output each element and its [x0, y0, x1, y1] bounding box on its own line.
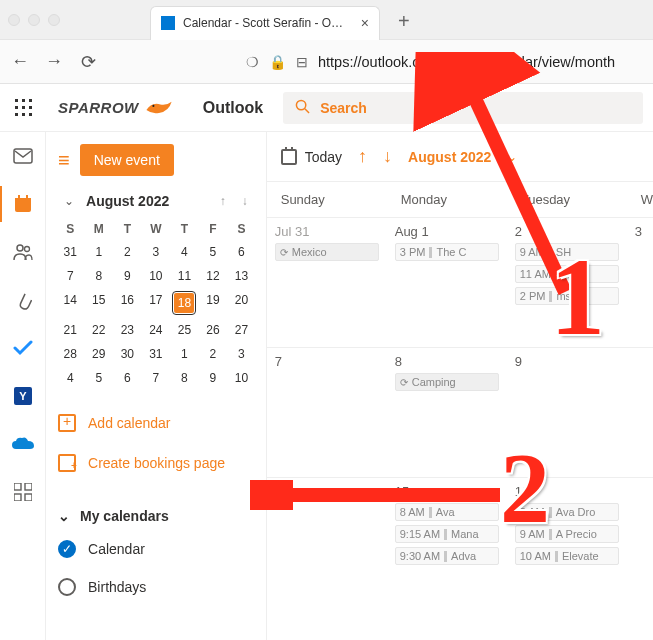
- mini-day[interactable]: 5: [199, 240, 228, 264]
- calendar-item-label: Birthdays: [88, 579, 146, 595]
- day-cell[interactable]: 3: [627, 218, 653, 347]
- mini-day[interactable]: 4: [56, 366, 85, 390]
- calendar-checkbox[interactable]: ✓: [58, 540, 76, 558]
- minimize-window-dot[interactable]: [28, 14, 40, 26]
- mini-day[interactable]: 10: [227, 366, 256, 390]
- calendar-list-item[interactable]: ✓Calendar: [54, 530, 258, 568]
- current-period[interactable]: August 2022: [408, 149, 491, 165]
- add-calendar-link[interactable]: Add calendar: [54, 412, 258, 434]
- calendar-event[interactable]: 8 AMAva: [395, 503, 499, 521]
- mini-day[interactable]: 27: [227, 318, 256, 342]
- calendar-event[interactable]: 9:30 AMAdva: [395, 547, 499, 565]
- mini-day[interactable]: 20: [227, 288, 256, 318]
- mini-day[interactable]: 17: [142, 288, 171, 318]
- today-button[interactable]: Today: [281, 149, 342, 165]
- mini-day[interactable]: 8: [85, 264, 114, 288]
- new-event-button[interactable]: New event: [80, 144, 174, 176]
- day-cell[interactable]: [627, 348, 653, 477]
- prev-period-icon[interactable]: ↑: [358, 146, 367, 167]
- calendar-list-item[interactable]: Birthdays: [54, 568, 258, 606]
- day-cell[interactable]: 14: [267, 478, 387, 607]
- mini-day[interactable]: 13: [227, 264, 256, 288]
- mini-day[interactable]: 15: [85, 288, 114, 318]
- day-cell[interactable]: [627, 478, 653, 607]
- mini-day[interactable]: 5: [85, 366, 114, 390]
- mini-day[interactable]: 4: [170, 240, 199, 264]
- back-icon[interactable]: ←: [8, 51, 32, 72]
- svg-rect-8: [29, 113, 32, 116]
- day-cell[interactable]: 7: [267, 348, 387, 477]
- mini-day[interactable]: 29: [85, 342, 114, 366]
- next-period-icon[interactable]: ↓: [383, 146, 392, 167]
- my-calendars-header[interactable]: ⌄ My calendars: [54, 502, 258, 530]
- search-box[interactable]: [283, 92, 643, 124]
- mini-day[interactable]: 28: [56, 342, 85, 366]
- reload-icon[interactable]: ⟳: [76, 51, 100, 73]
- day-cell[interactable]: Jul 31⟳Mexico: [267, 218, 387, 347]
- yammer-icon[interactable]: Y: [11, 384, 35, 408]
- mini-day[interactable]: 22: [85, 318, 114, 342]
- mini-day[interactable]: 24: [142, 318, 171, 342]
- day-cell[interactable]: Aug 13 PMThe C: [387, 218, 507, 347]
- address-bar[interactable]: ❍ 🔒 ⊟ https://outlook.office.com/calenda…: [240, 54, 645, 70]
- calendar-event[interactable]: ⟳Camping: [395, 373, 499, 391]
- mini-day[interactable]: 9: [113, 264, 142, 288]
- svg-rect-15: [18, 195, 20, 199]
- day-cell[interactable]: 8⟳Camping: [387, 348, 507, 477]
- mini-day[interactable]: 9: [199, 366, 228, 390]
- mini-day[interactable]: 26: [199, 318, 228, 342]
- browser-tab[interactable]: Calendar - Scott Serafin - Outlo ×: [150, 6, 380, 40]
- mini-day[interactable]: 10: [142, 264, 171, 288]
- mini-day[interactable]: 16: [113, 288, 142, 318]
- calendar-event[interactable]: 10 AMElevate: [515, 547, 619, 565]
- mini-day[interactable]: 1: [85, 240, 114, 264]
- maximize-window-dot[interactable]: [48, 14, 60, 26]
- close-window-dot[interactable]: [8, 14, 20, 26]
- mini-day[interactable]: 6: [113, 366, 142, 390]
- search-input[interactable]: [320, 100, 631, 116]
- more-apps-icon[interactable]: [11, 480, 35, 504]
- new-tab-button[interactable]: +: [398, 10, 410, 33]
- mini-day[interactable]: 12: [199, 264, 228, 288]
- calendar-event[interactable]: 3 PMThe C: [395, 243, 499, 261]
- onedrive-icon[interactable]: [11, 432, 35, 456]
- mini-day[interactable]: 31: [142, 342, 171, 366]
- calendar-checkbox[interactable]: [58, 578, 76, 596]
- app-launcher-icon[interactable]: [0, 84, 48, 132]
- mini-day[interactable]: 8: [170, 366, 199, 390]
- mini-day[interactable]: 2: [199, 342, 228, 366]
- mini-day[interactable]: 11: [170, 264, 199, 288]
- mini-day[interactable]: 2: [113, 240, 142, 264]
- period-dropdown-icon[interactable]: ⌄: [507, 150, 517, 164]
- forward-icon[interactable]: →: [42, 51, 66, 72]
- mini-day[interactable]: 23: [113, 318, 142, 342]
- attachments-icon[interactable]: [11, 288, 35, 312]
- mini-day[interactable]: 31: [56, 240, 85, 264]
- mini-day[interactable]: 6: [227, 240, 256, 264]
- mini-day[interactable]: 19: [199, 288, 228, 318]
- mini-day[interactable]: 30: [113, 342, 142, 366]
- hamburger-icon[interactable]: ≡: [58, 149, 70, 172]
- create-bookings-link[interactable]: Create bookings page: [54, 452, 258, 474]
- calendar-event[interactable]: 9:15 AMMana: [395, 525, 499, 543]
- calendar-event[interactable]: ⟳Mexico: [275, 243, 379, 261]
- mini-day[interactable]: 21: [56, 318, 85, 342]
- mini-day[interactable]: 3: [142, 240, 171, 264]
- mini-day[interactable]: 3: [227, 342, 256, 366]
- mini-cal-next-icon[interactable]: ↓: [236, 192, 254, 210]
- mini-cal-collapse-icon[interactable]: ⌄: [58, 192, 80, 210]
- todo-icon[interactable]: [11, 336, 35, 360]
- mini-day[interactable]: 7: [142, 366, 171, 390]
- mini-day[interactable]: 14: [56, 288, 85, 318]
- people-icon[interactable]: [11, 240, 35, 264]
- day-cell[interactable]: 158 AMAva9:15 AMMana9:30 AMAdva: [387, 478, 507, 607]
- mini-day[interactable]: 25: [170, 318, 199, 342]
- mini-cal-prev-icon[interactable]: ↑: [214, 192, 232, 210]
- mini-day[interactable]: 1: [170, 342, 199, 366]
- mail-icon[interactable]: [11, 144, 35, 168]
- mini-day[interactable]: 18: [170, 288, 199, 318]
- calendar-icon[interactable]: [11, 192, 35, 216]
- tab-close-icon[interactable]: ×: [361, 15, 369, 31]
- mini-day[interactable]: 7: [56, 264, 85, 288]
- tab-favicon: [161, 16, 175, 30]
